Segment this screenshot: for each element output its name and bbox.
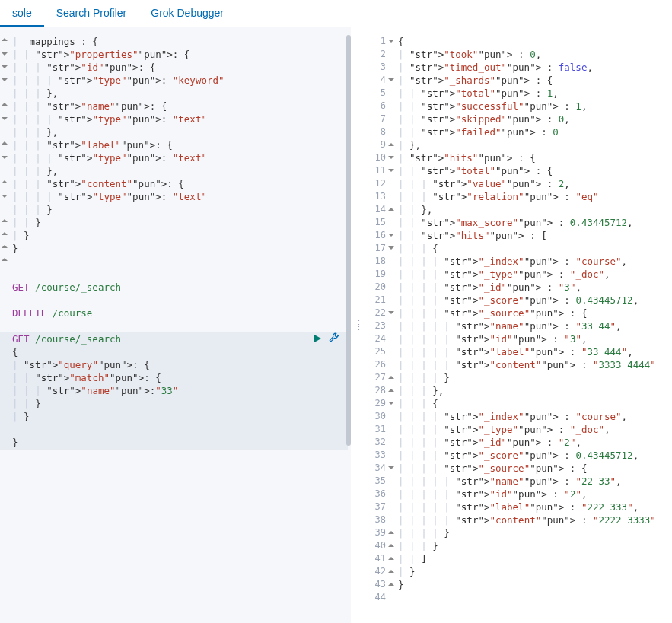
tab-sole[interactable]: sole [0, 0, 44, 27]
fold-caret[interactable] [388, 169, 394, 175]
request-editor[interactable]: | mappings : {| | "str">"properties""pun… [12, 35, 346, 449]
line-number: 5 [368, 87, 395, 100]
request-editor-pane: | mappings : {| | "str">"properties""pun… [0, 27, 351, 623]
drag-handle-icon: ⋮⋮ [355, 322, 364, 329]
fold-caret[interactable] [388, 402, 394, 408]
fold-caret[interactable] [2, 177, 8, 183]
line-number: 25 [368, 345, 395, 358]
fold-caret[interactable] [2, 195, 8, 201]
line-number: 12 [368, 177, 395, 190]
line-number: 42 [368, 565, 395, 578]
line-number-gutter: 1234567891011121314151617181920212223242… [368, 27, 395, 623]
line-number: 22 [368, 307, 395, 319]
fold-caret[interactable] [388, 567, 394, 573]
fold-caret[interactable] [2, 65, 8, 72]
line-number: 26 [368, 358, 395, 371]
line-number: 2 [368, 48, 395, 61]
line-number: 33 [368, 449, 395, 462]
line-number: 8 [368, 126, 395, 138]
line-number: 11 [368, 164, 395, 177]
play-icon[interactable] [312, 333, 323, 346]
line-number: 3 [368, 61, 395, 74]
line-number: 31 [368, 423, 395, 436]
fold-caret[interactable] [388, 528, 394, 534]
fold-caret[interactable] [2, 156, 8, 162]
line-number: 28 [368, 384, 395, 397]
response-pane: 1234567891011121314151617181920212223242… [368, 27, 672, 623]
line-number: 39 [368, 526, 395, 539]
line-number: 20 [368, 281, 395, 294]
fold-caret[interactable] [2, 117, 8, 123]
line-number: 34 [368, 462, 395, 475]
line-number: 44 [368, 591, 395, 604]
line-number: 15 [368, 216, 395, 229]
fold-caret[interactable] [2, 229, 8, 235]
fold-caret[interactable] [388, 78, 394, 84]
fold-caret[interactable] [388, 156, 394, 162]
line-number: 10 [368, 151, 395, 164]
dev-tools-tabs: soleSearch ProfilerGrok Debugger [0, 0, 672, 27]
fold-caret[interactable] [388, 554, 394, 560]
line-number: 27 [368, 371, 395, 384]
request-actions [312, 332, 340, 346]
line-number: 16 [368, 229, 395, 242]
fold-caret[interactable] [388, 466, 394, 472]
line-number: 17 [368, 242, 395, 255]
fold-caret[interactable] [2, 138, 8, 145]
fold-caret[interactable] [388, 541, 394, 547]
pane-splitter[interactable]: ⋮⋮ [351, 27, 368, 623]
response-viewer[interactable]: {| "str">"took""pun"> : 0,| "str">"timed… [398, 35, 669, 604]
line-number: 1 [368, 35, 395, 48]
fold-caret[interactable] [388, 205, 394, 211]
line-number: 23 [368, 319, 395, 332]
line-number: 13 [368, 190, 395, 203]
line-number: 24 [368, 332, 395, 345]
fold-caret[interactable] [388, 234, 394, 240]
fold-caret[interactable] [2, 35, 8, 41]
line-number: 14 [368, 203, 395, 216]
tab-grok-debugger[interactable]: Grok Debugger [139, 0, 236, 27]
line-number: 40 [368, 539, 395, 552]
fold-caret[interactable] [2, 242, 8, 248]
line-number: 38 [368, 513, 395, 526]
fold-caret[interactable] [388, 311, 394, 317]
scrollbar-thumb[interactable] [346, 35, 351, 446]
tab-search-profiler[interactable]: Search Profiler [44, 0, 139, 27]
fold-caret[interactable] [2, 78, 8, 84]
fold-caret[interactable] [388, 580, 394, 586]
fold-caret[interactable] [388, 40, 394, 46]
line-number: 37 [368, 501, 395, 513]
fold-caret[interactable] [388, 373, 394, 379]
line-number: 32 [368, 436, 395, 449]
fold-caret[interactable] [388, 386, 394, 392]
fold-caret[interactable] [2, 216, 8, 222]
fold-caret[interactable] [388, 140, 394, 146]
fold-caret[interactable] [388, 246, 394, 253]
line-number: 6 [368, 100, 395, 113]
fold-caret[interactable] [2, 255, 8, 261]
line-number: 41 [368, 552, 395, 565]
line-number: 29 [368, 397, 395, 410]
line-number: 9 [368, 138, 395, 151]
split-panes: | mappings : {| | "str">"properties""pun… [0, 27, 672, 623]
line-number: 30 [368, 410, 395, 423]
fold-caret[interactable] [2, 52, 8, 59]
line-number: 21 [368, 294, 395, 307]
fold-gutter [0, 27, 11, 623]
line-number: 4 [368, 74, 395, 87]
fold-caret[interactable] [2, 100, 8, 106]
wrench-icon[interactable] [329, 332, 340, 346]
line-number: 36 [368, 488, 395, 501]
line-number: 43 [368, 578, 395, 591]
line-number: 18 [368, 255, 395, 268]
line-number: 7 [368, 113, 395, 126]
line-number: 19 [368, 268, 395, 281]
line-number: 35 [368, 475, 395, 488]
